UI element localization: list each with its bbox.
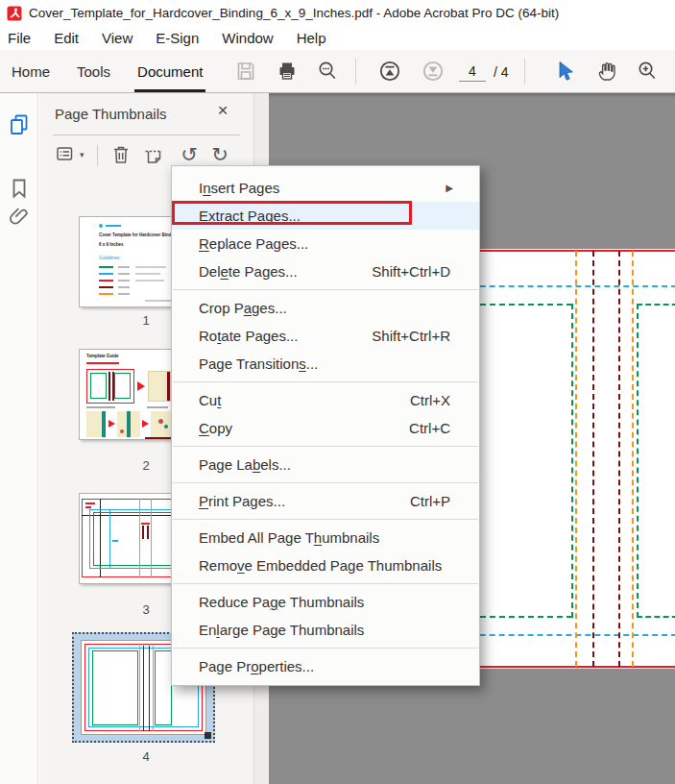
thumb2-spread-diagram	[86, 369, 134, 404]
guide-safe-line	[637, 616, 675, 618]
menu-item-insert-pages[interactable]: Insert Pages▶	[172, 174, 479, 202]
menu-item-reduce-page-thumbnails[interactable]: Reduce Page Thumbnails	[172, 588, 479, 616]
menu-item-label: Rotate Pages...	[199, 328, 372, 344]
menu-item-label: Replace Pages...	[199, 235, 450, 252]
legend-line-darkred	[99, 286, 113, 288]
thumb3-spine-line	[142, 526, 144, 539]
thumb2-step-image	[117, 411, 140, 437]
main-toolbar: HomeToolsDocument /	[0, 50, 675, 93]
menu-item-crop-pages[interactable]: Crop Pages...	[172, 294, 479, 322]
menu-item-page-labels[interactable]: Page Labels...	[172, 451, 479, 478]
thumb3-spine-line	[147, 526, 149, 539]
navigation-rail	[0, 93, 38, 784]
menu-shortcut: Ctrl+C	[409, 420, 450, 436]
thumb1-logo-bar	[106, 225, 121, 227]
menu-item-extract-pages[interactable]: Extract Pages...	[172, 202, 479, 230]
legend-line-green	[99, 266, 113, 268]
legend-text	[118, 280, 130, 282]
delete-pages-icon[interactable]	[109, 143, 134, 168]
page-total-label: / 4	[494, 64, 509, 80]
tab-document[interactable]: Document	[137, 50, 203, 92]
legend-line-red	[99, 280, 113, 282]
hand-tool-icon[interactable]	[595, 60, 618, 83]
tab-tools[interactable]: Tools	[77, 50, 110, 92]
guide-safe-line	[637, 304, 675, 306]
menu-item-remove-embedded-page-thumbnails[interactable]: Remove Embedded Page Thumbnails	[172, 551, 479, 579]
menu-bar: FileEditViewE-SignWindowHelp	[0, 26, 675, 50]
menubar-item-window[interactable]: Window	[222, 30, 273, 46]
thumb2-step-image	[86, 411, 106, 437]
tab-home[interactable]: Home	[12, 50, 50, 92]
menu-item-page-transitions[interactable]: Page Transitions...	[172, 350, 479, 378]
dropdown-caret-icon: ▾	[80, 150, 84, 159]
page-number-label: 1	[127, 313, 165, 328]
thumb4-orange-vline	[139, 646, 140, 731]
selection-resize-handle[interactable]	[205, 732, 211, 739]
thumb2-book-image	[148, 371, 171, 402]
attachments-panel-icon[interactable]	[8, 206, 31, 229]
first-page-icon[interactable]	[378, 60, 401, 83]
menubar-item-view[interactable]: View	[102, 30, 133, 46]
page-thumbnails-panel-icon[interactable]	[8, 113, 31, 136]
thumb4-green-rect-right	[155, 650, 172, 725]
legend-text	[135, 273, 160, 275]
menu-item-enlarge-page-thumbnails[interactable]: Enlarge Page Thumbnails	[172, 616, 479, 644]
menu-item-label: Print Pages...	[199, 493, 410, 509]
zoom-tools-icon[interactable]	[316, 60, 339, 83]
menu-item-label: Copy	[199, 420, 409, 436]
panel-divider	[53, 135, 240, 135]
thumb3-cyan-mark	[112, 540, 118, 542]
thumb3-red-marks	[85, 506, 91, 508]
menu-item-label: Enlarge Page Thumbnails	[199, 622, 450, 638]
bookmarks-panel-icon[interactable]	[8, 177, 31, 200]
menubar-item-help[interactable]: Help	[297, 30, 326, 46]
menu-shortcut: Ctrl+X	[410, 392, 450, 408]
window-title: Cover_Template_for_Hardcover_Binding_6_x…	[29, 6, 559, 20]
menu-item-label: Crop Pages...	[199, 300, 450, 316]
menu-separator	[173, 381, 478, 382]
menu-item-embed-all-page-thumbnails[interactable]: Embed All Page Thumbnails	[172, 524, 479, 551]
menu-shortcut: Shift+Ctrl+D	[372, 263, 450, 280]
menu-shortcut: Ctrl+P	[410, 493, 450, 509]
zoom-in-icon[interactable]	[636, 60, 659, 83]
menu-item-label: Embed All Page Thumbnails	[199, 529, 450, 546]
select-tool-icon[interactable]	[553, 60, 576, 83]
panel-title: Page Thumbnails	[55, 106, 166, 122]
guide-spine-line	[592, 251, 594, 667]
thumb4-spine-line	[149, 646, 150, 731]
close-panel-icon[interactable]: ×	[212, 100, 233, 121]
thumb1-logo	[99, 224, 103, 228]
print-icon[interactable]	[276, 60, 299, 83]
thumb2-caption	[147, 406, 168, 408]
menu-shortcut: Shift+Ctrl+R	[372, 328, 450, 344]
menubar-item-edit[interactable]: Edit	[54, 30, 79, 46]
menu-item-print-pages[interactable]: Print Pages...Ctrl+P	[172, 487, 479, 515]
acrobat-pdf-icon	[7, 6, 22, 21]
menu-item-cut[interactable]: CutCtrl+X	[172, 386, 479, 414]
menu-item-label: Remove Embedded Page Thumbnails	[199, 557, 450, 574]
menubar-item-file[interactable]: File	[8, 30, 31, 46]
menu-item-page-properties[interactable]: Page Properties...	[172, 652, 479, 680]
page-number-label: 3	[127, 602, 165, 617]
submenu-arrow-icon: ▶	[446, 183, 453, 193]
toolbar-separator	[524, 59, 525, 85]
page-number-label: 2	[127, 458, 165, 473]
menu-separator	[173, 482, 478, 483]
menu-item-rotate-pages[interactable]: Rotate Pages...Shift+Ctrl+R	[172, 322, 479, 350]
legend-text	[118, 286, 130, 288]
menubar-item-esign[interactable]: E-Sign	[156, 30, 199, 46]
guide-safe-line-vertical	[637, 304, 639, 618]
thumb2-caption	[86, 406, 115, 408]
page-number-input[interactable]	[459, 61, 486, 82]
save-icon	[234, 60, 257, 83]
menu-item-replace-pages[interactable]: Replace Pages...	[172, 230, 479, 257]
menu-item-delete-pages[interactable]: Delete Pages...Shift+Ctrl+D	[172, 257, 479, 285]
menu-item-label: Page Properties...	[199, 658, 450, 674]
thumbnail-options-menu-button[interactable]: ▾	[55, 143, 80, 168]
thumb3-red-marks	[85, 502, 95, 504]
menu-item-label: Page Transitions...	[199, 355, 450, 372]
menu-item-copy[interactable]: CopyCtrl+C	[172, 414, 479, 442]
guide-safe-line-vertical	[571, 304, 573, 618]
title-bar: Cover_Template_for_Hardcover_Binding_6_x…	[0, 0, 675, 26]
crop-pages-icon[interactable]	[142, 143, 167, 168]
